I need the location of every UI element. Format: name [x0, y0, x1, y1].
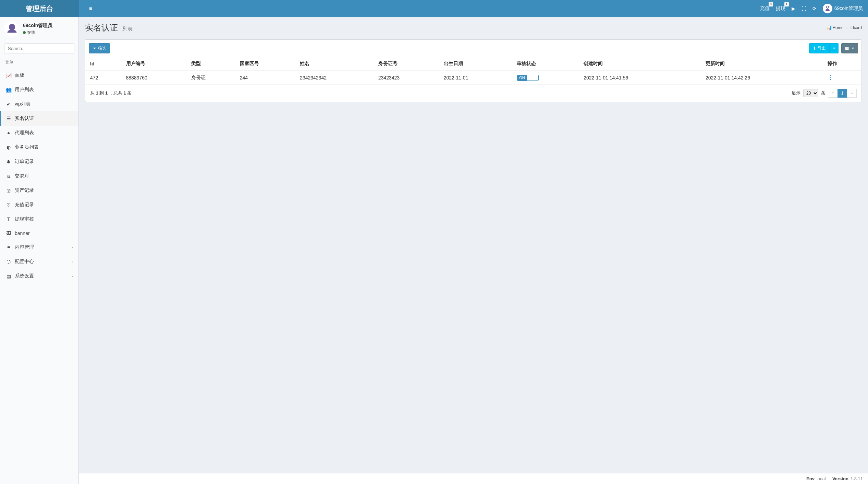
- sidebar-avatar: [4, 21, 20, 37]
- pagination-controls: 显示 20 条 « 1 »: [792, 89, 857, 98]
- more-actions-icon[interactable]: ⋮: [828, 74, 833, 81]
- main-footer: Env local Version 1.8.11: [79, 473, 868, 484]
- sidebar-item-3[interactable]: ☰实名认证: [0, 111, 78, 126]
- table-cell: 2022-11-01: [441, 71, 514, 84]
- refresh-icon[interactable]: ⟳: [812, 6, 817, 11]
- columns-button[interactable]: ▦: [841, 43, 858, 53]
- sidebar-item-label: 提现审核: [15, 216, 34, 222]
- sidebar-item-12[interactable]: ≡内容管理‹: [0, 240, 78, 255]
- sidebar-item-4[interactable]: ●代理列表: [0, 126, 78, 140]
- withdraw-badge: 1: [784, 2, 789, 7]
- footer-env-label: Env: [806, 476, 815, 481]
- breadcrumb-home[interactable]: 📊 Home: [827, 25, 844, 30]
- page-subtitle: 列表: [122, 26, 133, 32]
- switch-on-label: ON: [517, 75, 527, 80]
- user-menu[interactable]: 69coin管理员: [823, 4, 863, 13]
- content-body: ⏷ 筛选 ⬇ 导出: [79, 37, 868, 119]
- page-size-select[interactable]: 20: [803, 89, 818, 97]
- menu-icon: ●: [5, 130, 12, 136]
- export-dropdown-toggle[interactable]: [830, 43, 839, 53]
- menu-icon: ⬡: [5, 259, 12, 264]
- search-button[interactable]: 🔍: [69, 44, 74, 53]
- table-header-cell[interactable]: Id: [85, 57, 123, 71]
- table-header-cell[interactable]: 姓名: [297, 57, 376, 71]
- caret-down-icon: [833, 48, 835, 49]
- table-cell: 88889760: [123, 71, 189, 84]
- sidebar-item-label: 内容管理: [15, 244, 34, 250]
- table-body: 47288889760身份证2442342342342234234232022-…: [85, 71, 861, 84]
- table-cell: 23423423: [376, 71, 441, 84]
- breadcrumb-separator-icon: ›: [846, 25, 848, 30]
- table-row: 47288889760身份证2442342342342234234232022-…: [85, 71, 861, 84]
- filter-icon: ⏷: [93, 45, 97, 51]
- sidebar-item-2[interactable]: ✔vip列表: [0, 97, 78, 111]
- sidebar-toggle-button[interactable]: ≡: [84, 0, 97, 17]
- sidebar-item-1[interactable]: 👥用户列表: [0, 83, 78, 97]
- table-header-cell[interactable]: 操作: [825, 57, 861, 71]
- table-header-cell[interactable]: 出生日期: [441, 57, 514, 71]
- sidebar-item-11[interactable]: 🖼banner: [0, 226, 78, 240]
- sidebar-item-label: 资产记录: [15, 187, 34, 194]
- status-toggle[interactable]: ON: [517, 75, 539, 81]
- menu-icon: 📈: [5, 73, 12, 78]
- table-header-cell[interactable]: 更新时间: [703, 57, 825, 71]
- unit-label: 条: [821, 90, 826, 96]
- table-cell: 2022-11-01 14:41:56: [581, 71, 703, 84]
- sidebar-item-label: 交易对: [15, 173, 29, 179]
- sidebar-item-8[interactable]: ◎资产记录: [0, 183, 78, 198]
- pagination-prev[interactable]: «: [828, 89, 838, 98]
- footer-version-value: 1.8.11: [851, 476, 863, 481]
- main-sidebar: 69coin管理员 在线 🔍 菜单 📈面板👥用户列表✔vip列表☰实名认证●代理…: [0, 17, 79, 484]
- top-navbar: ≡ 充值 0 提现 1 ▶ ⛶ ⟳ 69coin管理员: [79, 0, 868, 17]
- table-header-cell[interactable]: 创建时间: [581, 57, 703, 71]
- table-header-cell[interactable]: 国家区号: [237, 57, 297, 71]
- sidebar-item-7[interactable]: a交易对: [0, 169, 78, 183]
- sidebar-item-10[interactable]: T提现审核: [0, 212, 78, 226]
- play-icon[interactable]: ▶: [792, 6, 795, 11]
- sidebar-menu-header: 菜单: [0, 56, 78, 68]
- search-input[interactable]: [4, 44, 69, 53]
- sidebar-item-label: 实名认证: [15, 115, 34, 122]
- fullscreen-icon[interactable]: ⛶: [802, 6, 806, 11]
- sidebar-user-name: 69coin管理员: [23, 23, 52, 29]
- withdraw-link[interactable]: 提现 1: [776, 5, 785, 12]
- sidebar-item-0[interactable]: 📈面板: [0, 68, 78, 83]
- breadcrumb: 📊 Home › Idcard: [827, 25, 862, 30]
- brand-logo[interactable]: 管理后台: [0, 0, 79, 17]
- main-header: 管理后台 ≡ 充值 0 提现 1 ▶ ⛶ ⟳ 69coin管理员: [0, 0, 868, 17]
- table-header-cell[interactable]: 身份证号: [376, 57, 441, 71]
- sidebar-item-label: 充值记录: [15, 202, 34, 208]
- table-header-cell[interactable]: 用户编号: [123, 57, 189, 71]
- pagination-page-1[interactable]: 1: [838, 89, 847, 98]
- withdraw-label: 提现: [776, 5, 785, 12]
- filter-button[interactable]: ⏷ 筛选: [89, 43, 110, 53]
- search-icon: 🔍: [73, 46, 74, 51]
- table-cell: 2342342342: [297, 71, 376, 84]
- page-title: 实名认证 列表: [85, 22, 133, 33]
- show-label: 显示: [792, 90, 800, 96]
- menu-icon: a: [5, 173, 12, 179]
- status-cell: ON: [514, 71, 581, 84]
- sidebar-menu: 📈面板👥用户列表✔vip列表☰实名认证●代理列表◐业务员列表✱订单记录a交易对◎…: [0, 68, 78, 283]
- sidebar-item-14[interactable]: ▤系统设置‹: [0, 269, 78, 283]
- menu-icon: ▤: [5, 273, 12, 279]
- content-wrapper: 实名认证 列表 📊 Home › Idcard ⏷ 筛选: [79, 17, 868, 484]
- table-header-cell[interactable]: 审核状态: [514, 57, 581, 71]
- menu-icon: ◐: [5, 145, 12, 150]
- recharge-label: 充值: [760, 5, 770, 12]
- chevron-left-icon: ‹: [72, 260, 73, 264]
- sidebar-item-6[interactable]: ✱订单记录: [0, 154, 78, 169]
- sidebar-user-status: 在线: [23, 30, 52, 36]
- table-header-cell[interactable]: 类型: [188, 57, 237, 71]
- menu-icon: ☰: [5, 116, 12, 121]
- menu-icon: ✔: [5, 101, 12, 107]
- sidebar-item-label: 业务员列表: [15, 144, 39, 150]
- recharge-link[interactable]: 充值 0: [760, 5, 770, 12]
- pagination-next[interactable]: »: [847, 89, 857, 98]
- sidebar-item-label: vip列表: [15, 101, 30, 107]
- sidebar-item-9[interactable]: ®充值记录: [0, 198, 78, 212]
- sidebar-item-5[interactable]: ◐业务员列表: [0, 140, 78, 154]
- sidebar-item-label: 系统设置: [15, 273, 34, 279]
- export-button[interactable]: ⬇ 导出: [809, 43, 830, 53]
- sidebar-item-13[interactable]: ⬡配置中心‹: [0, 255, 78, 269]
